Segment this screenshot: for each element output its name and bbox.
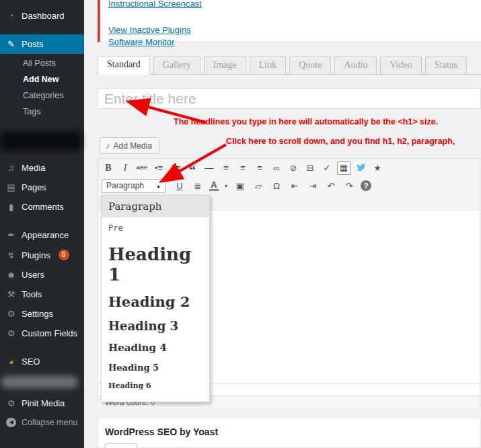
redo-icon[interactable]: ↷ [342, 179, 356, 192]
bold-icon[interactable]: B [102, 161, 115, 175]
format-option-heading6[interactable]: Heading 6 [102, 377, 209, 394]
sidebar-item-custom-fields[interactable]: ⚙ Custom Fields [0, 324, 84, 343]
bulleted-list-icon[interactable]: •≡ [152, 161, 165, 175]
custom-stamp-icon[interactable]: ★ [371, 161, 384, 175]
spacer [0, 343, 84, 352]
text-color-icon[interactable]: A [209, 180, 219, 191]
format-option-heading2[interactable]: Heading 2 [102, 289, 209, 314]
tab-video[interactable]: Video [380, 57, 421, 74]
gear-icon: ⚙ [6, 398, 16, 408]
sidebar-item-plugins[interactable]: ↯ Plugins 8 [0, 245, 84, 265]
view-inactive-plugins-link[interactable]: View Inactive Plugins [108, 25, 481, 35]
tab-status[interactable]: Status [425, 57, 467, 74]
format-option-heading5[interactable]: Heading 5 [102, 358, 209, 377]
sidebar-item-label: Tools [22, 289, 42, 299]
spellcheck-icon[interactable]: ✓ [320, 161, 334, 175]
underline-icon[interactable]: U [173, 179, 186, 192]
sidebar-item-add-new[interactable]: Add New [0, 71, 84, 87]
redacted-sidebar-item [0, 131, 81, 151]
format-option-heading3[interactable]: Heading 3 [102, 314, 209, 337]
format-option-paragraph[interactable]: Paragraph [102, 196, 209, 217]
format-select[interactable]: Paragraph ▲ [102, 179, 165, 193]
sidebar-item-label: SEO [22, 357, 40, 367]
special-character-icon[interactable]: Ω [270, 179, 283, 192]
sidebar-item-label: Users [22, 270, 44, 280]
twitter-bird-icon[interactable] [354, 161, 367, 175]
admin-sidebar: ◔ Dashboard ✎ Posts All Posts Add New Ca… [0, 0, 84, 448]
sidebar-item-dashboard[interactable]: ◔ Dashboard [0, 6, 84, 26]
format-option-pre[interactable]: Pre [102, 217, 209, 239]
indent-icon[interactable]: ⇥ [306, 179, 320, 192]
sidebar-item-label: Dashboard [22, 11, 65, 21]
sidebar-item-appearance[interactable]: ✒ Appearance [0, 225, 84, 245]
pushpin-icon: ✎ [6, 39, 16, 49]
text-color-caret-icon[interactable]: ▾ [223, 179, 229, 192]
instructional-screencast-link[interactable]: Instructional Screencast [108, 0, 481, 9]
sidebar-item-tools[interactable]: ⚒ Tools [0, 285, 84, 304]
collapse-menu-label: Collapse menu [22, 418, 77, 427]
sidebar-item-label: Comments [22, 202, 64, 212]
post-title-input[interactable] [98, 88, 481, 109]
sidebar-item-users[interactable]: ☻ Users [0, 265, 84, 285]
clear-formatting-icon[interactable]: ▱ [252, 179, 265, 192]
undo-icon[interactable]: ↶ [324, 179, 338, 192]
strikethrough-icon[interactable]: ABC [135, 161, 149, 175]
align-left-icon[interactable]: ≡ [219, 161, 233, 175]
sidebar-item-media[interactable]: ♫ Media [0, 158, 84, 178]
remove-link-icon[interactable]: ⊘ [287, 161, 300, 175]
sidebar-item-posts[interactable]: ✎ Posts [0, 34, 84, 54]
yoast-metabox-tab[interactable] [105, 443, 137, 448]
sidebar-item-tags[interactable]: Tags [0, 104, 84, 120]
insert-link-icon[interactable]: ∞ [270, 161, 283, 175]
sidebar-item-label: Pinit Media [22, 398, 65, 408]
numbered-list-icon[interactable]: 1≡ [169, 161, 182, 175]
admin-notice: Instructional Screencast View Inactive P… [98, 0, 481, 42]
add-media-label: Add Media [114, 141, 152, 151]
tab-quote[interactable]: Quote [289, 57, 331, 74]
help-icon[interactable]: ? [361, 180, 371, 191]
horizontal-rule-icon[interactable]: — [202, 161, 216, 175]
format-option-heading4[interactable]: Heading 4 [102, 337, 209, 358]
justify-icon[interactable]: ≣ [191, 179, 205, 192]
kitchen-sink-toggle-icon[interactable]: ▦ [337, 161, 350, 175]
tab-image[interactable]: Image [204, 57, 246, 74]
blockquote-icon[interactable]: “ [186, 161, 199, 175]
align-center-icon[interactable]: ≡ [236, 161, 250, 175]
align-right-icon[interactable]: ≡ [253, 161, 266, 175]
sidebar-item-settings[interactable]: ⚙ Settings [0, 304, 84, 324]
add-media-button[interactable]: ♪ Add Media [100, 137, 159, 154]
tab-link[interactable]: Link [250, 57, 286, 74]
tab-standard[interactable]: Standard [98, 56, 150, 75]
sidebar-item-all-posts[interactable]: All Posts [0, 55, 84, 71]
redacted-sidebar-item [1, 376, 77, 388]
more-tag-icon[interactable]: ⊟ [303, 161, 317, 175]
dashboard-icon: ◔ [6, 11, 16, 21]
italic-icon[interactable]: I [118, 161, 132, 175]
outdent-icon[interactable]: ⇤ [288, 179, 301, 192]
brush-icon: ✒ [6, 230, 16, 240]
post-format-tabs: Standard Gallery Image Link Quote Audio … [98, 55, 481, 75]
sidebar-item-pages[interactable]: ▤ Pages [0, 178, 84, 197]
wordpress-admin-page: ◔ Dashboard ✎ Posts All Posts Add New Ca… [0, 0, 481, 448]
format-select-value: Paragraph [106, 181, 144, 190]
format-option-heading1[interactable]: Heading 1 [102, 239, 209, 289]
media-icon: ♫ [6, 163, 16, 173]
sidebar-item-pinit-media[interactable]: ⚙ Pinit Media [0, 394, 84, 413]
annotation-title-note: The headlines you type in here will auto… [174, 117, 438, 126]
sidebar-item-label: Settings [22, 309, 53, 319]
spacer [0, 217, 84, 225]
sidebar-item-seo[interactable]: ◕ SEO [0, 352, 84, 371]
tab-audio[interactable]: Audio [334, 57, 377, 74]
sidebar-item-comments[interactable]: ▮ Comments [0, 197, 84, 217]
tab-gallery[interactable]: Gallery [153, 57, 200, 74]
paste-as-text-icon[interactable]: ▣ [233, 179, 247, 192]
sidebar-item-categories[interactable]: Categories [0, 87, 84, 104]
sidebar-item-label: Media [22, 163, 45, 173]
spacer [0, 26, 84, 34]
sidebar-item-label: Pages [22, 182, 46, 192]
software-monitor-link[interactable]: Software Monitor [108, 37, 481, 47]
pages-icon: ▤ [6, 182, 16, 192]
collapse-menu-button[interactable]: ◀ Collapse menu [0, 413, 84, 432]
spacer [0, 0, 84, 6]
twitter-bird-svg [356, 163, 366, 172]
